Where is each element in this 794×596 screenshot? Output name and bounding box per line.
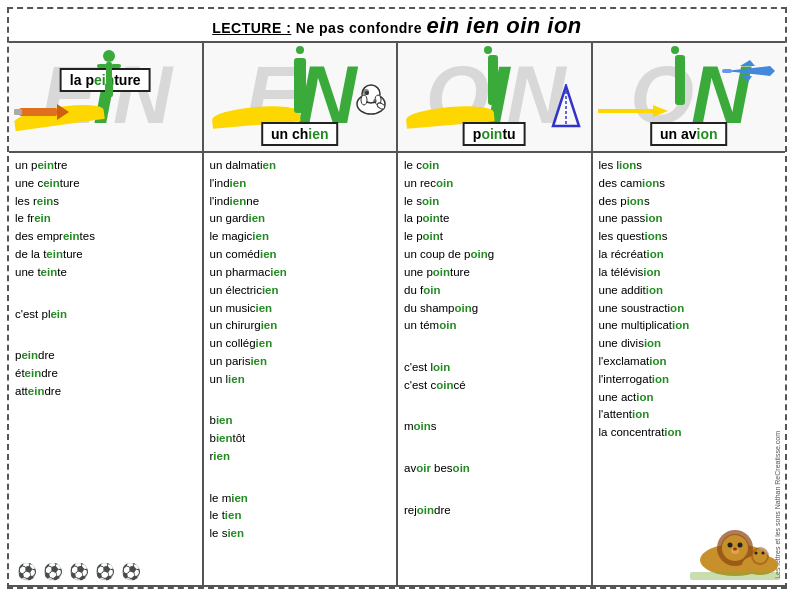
svg-marker-20 <box>740 60 755 66</box>
svg-marker-21 <box>742 76 752 82</box>
green-bar-3 <box>488 55 498 105</box>
svg-point-31 <box>733 548 737 551</box>
col-ion-label: un avion <box>650 122 728 146</box>
green-bar-4 <box>675 55 685 105</box>
svg-point-15 <box>373 99 377 103</box>
soccer-ball-2: ⚽ <box>43 562 63 581</box>
columns-container: EIN <box>9 43 785 587</box>
col-ion: ON un avion <box>593 43 786 585</box>
svg-rect-3 <box>111 64 121 68</box>
svg-point-35 <box>755 552 758 555</box>
svg-point-0 <box>103 50 115 62</box>
svg-rect-37 <box>690 572 780 580</box>
dalmatian-icon <box>351 74 391 129</box>
svg-rect-22 <box>722 69 732 73</box>
green-dot-4 <box>671 46 679 54</box>
main-container: LECTURE : Ne pas confondre ein ien oin i… <box>7 7 787 589</box>
svg-point-36 <box>762 552 765 555</box>
svg-marker-19 <box>725 66 775 76</box>
svg-point-34 <box>753 549 767 563</box>
col-ien-header: EN <box>204 43 397 153</box>
col-ien-words: un dalmatien l'indien l'indienne un gard… <box>204 153 397 585</box>
svg-rect-8 <box>14 109 22 115</box>
col-ein-words: un peintre une ceinture les reins le fre… <box>9 153 202 558</box>
col-oin-header: OIN pointu <box>398 43 591 153</box>
svg-point-29 <box>738 543 743 548</box>
airplane-icon <box>720 58 780 88</box>
svg-point-14 <box>363 89 369 95</box>
col-ion-header: ON un avion <box>593 43 786 153</box>
header-text: LECTURE : Ne pas confondre ein ien oin i… <box>212 20 582 36</box>
svg-marker-7 <box>57 104 69 120</box>
green-bar-2 <box>294 58 306 113</box>
sounds: ein ien oin ion <box>426 13 581 38</box>
soccer-ball-5: ⚽ <box>121 562 141 581</box>
soccer-ball-4: ⚽ <box>95 562 115 581</box>
header: LECTURE : Ne pas confondre ein ien oin i… <box>9 9 785 43</box>
header-description: Ne pas confondre <box>296 20 427 36</box>
col-ien-label: un chien <box>261 122 339 146</box>
yellow-arrow <box>598 101 668 121</box>
svg-point-12 <box>361 95 367 105</box>
svg-point-28 <box>728 543 733 548</box>
triangle-icon <box>551 84 581 129</box>
col-ein-header: EIN <box>9 43 202 153</box>
col-ein: EIN <box>9 43 204 585</box>
svg-marker-23 <box>598 105 668 117</box>
soccer-ball-3: ⚽ <box>69 562 89 581</box>
svg-rect-5 <box>108 83 113 97</box>
col-ien: EN <box>204 43 399 585</box>
col-oin-label: pointu <box>463 122 526 146</box>
col-oin: OIN pointu le coin un recoin le <box>398 43 593 585</box>
green-figure-1 <box>95 49 123 109</box>
col-oin-words: le coin un recoin le soin la pointe le p… <box>398 153 591 585</box>
svg-rect-6 <box>19 108 57 116</box>
svg-rect-1 <box>106 62 112 84</box>
soccer-ball-1: ⚽ <box>17 562 37 581</box>
lion-image <box>690 520 780 580</box>
soccer-balls-row: ⚽ ⚽ ⚽ ⚽ ⚽ <box>9 558 202 585</box>
paintbrush-icon <box>14 100 69 125</box>
green-dot-2 <box>296 46 304 54</box>
lecture-label: LECTURE : <box>212 20 291 36</box>
svg-rect-2 <box>97 64 107 68</box>
